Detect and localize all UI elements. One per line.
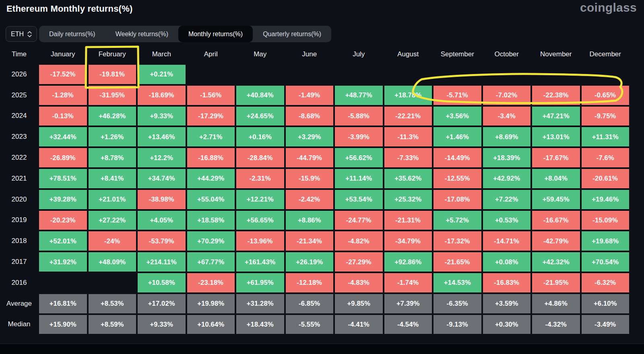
return-cell: +18.39% <box>483 148 531 167</box>
return-cell: +9.85% <box>335 294 383 313</box>
return-cell: +7.39% <box>384 294 432 313</box>
return-cell: +18.78% <box>384 86 432 105</box>
tab-monthly-returns[interactable]: Monthly returns(%) <box>178 26 253 42</box>
empty-cell <box>483 65 531 84</box>
return-cell: -4.83% <box>335 273 383 292</box>
return-cell: +3.29% <box>286 127 334 146</box>
table-row: 2017+31.92%+48.09%+214.11%+67.77%+161.43… <box>0 251 630 272</box>
return-cell: +17.02% <box>138 294 186 313</box>
return-cell: +10.58% <box>138 273 186 292</box>
return-cell: -3.99% <box>335 127 383 146</box>
return-cell: +4.86% <box>532 294 580 313</box>
return-cell: +46.28% <box>89 107 136 126</box>
return-cell: +0.30% <box>483 315 531 334</box>
return-cell: +0.21% <box>138 65 186 84</box>
table-header-row: TimeJanuaryFebruaryMarchAprilMayJuneJuly… <box>0 44 630 64</box>
return-cell: +42.32% <box>532 252 580 272</box>
return-cell: -9.75% <box>582 107 630 126</box>
return-cell: +2.71% <box>187 127 235 146</box>
return-cell: +11.31% <box>582 127 630 146</box>
return-cell: +0.08% <box>483 252 531 272</box>
return-cell: -27.29% <box>335 252 383 272</box>
row-label: 2017 <box>0 251 38 272</box>
tab-weekly-returns[interactable]: Weekly returns(%) <box>105 26 178 42</box>
return-cell: +18.58% <box>187 211 235 230</box>
tab-daily-returns[interactable]: Daily returns(%) <box>39 26 105 42</box>
table-row: 2026-17.52%-19.81%+0.21% <box>0 64 630 85</box>
return-cell: +48.09% <box>89 252 136 272</box>
return-cell: +55.04% <box>187 190 235 209</box>
return-cell: -16.67% <box>532 211 580 230</box>
return-cell: +1.46% <box>433 127 481 146</box>
row-label: Median <box>0 314 38 335</box>
return-cell: +13.46% <box>138 127 186 146</box>
column-header: September <box>433 44 482 64</box>
return-cell: +8.86% <box>286 211 334 230</box>
return-cell: -4.41% <box>335 315 383 334</box>
return-cell: +27.22% <box>89 211 136 230</box>
return-cell: -44.79% <box>286 148 334 167</box>
return-cell: +39.28% <box>39 190 87 209</box>
return-cell: -20.61% <box>582 169 630 188</box>
return-cell: -0.13% <box>39 107 87 126</box>
return-cell: -4.32% <box>532 315 580 334</box>
return-cell: +19.98% <box>187 294 235 313</box>
return-cell: +21.01% <box>89 190 136 209</box>
empty-cell <box>39 273 87 292</box>
return-cell: -1.28% <box>39 86 87 105</box>
column-header: April <box>186 44 236 64</box>
column-header: June <box>285 44 334 64</box>
returns-period-tabs: Daily returns(%) Weekly returns(%) Month… <box>39 26 331 42</box>
return-cell: -14.71% <box>483 231 531 251</box>
table-row: 2021+78.51%+8.41%+34.74%+44.29%-2.31%-15… <box>0 168 630 189</box>
return-cell: +3.56% <box>433 107 481 126</box>
return-cell: -5.55% <box>286 315 334 334</box>
row-label: 2024 <box>0 106 38 127</box>
return-cell: +8.59% <box>89 315 136 334</box>
return-cell: -3.4% <box>483 107 531 126</box>
return-cell: -19.81% <box>89 65 136 84</box>
return-cell: +9.33% <box>138 107 186 126</box>
return-cell: -9.13% <box>433 315 481 334</box>
return-cell: -21.95% <box>532 273 580 292</box>
row-label: 2026 <box>0 64 38 85</box>
column-header: October <box>482 44 532 64</box>
return-cell: +70.54% <box>582 252 630 272</box>
empty-cell <box>532 65 580 84</box>
return-cell: +67.77% <box>187 252 235 272</box>
return-cell: -31.95% <box>89 86 136 105</box>
symbol-select[interactable]: ETH <box>6 26 37 42</box>
return-cell: +7.22% <box>483 190 531 209</box>
return-cell: -13.96% <box>236 231 284 251</box>
return-cell: +12.2% <box>138 148 186 167</box>
return-cell: -18.69% <box>138 86 186 105</box>
return-cell: +4.05% <box>138 211 186 230</box>
return-cell: -28.84% <box>236 148 284 167</box>
return-cell: +8.04% <box>532 169 580 188</box>
monthly-returns-table: TimeJanuaryFebruaryMarchAprilMayJuneJuly… <box>0 44 630 335</box>
return-cell: +52.01% <box>39 231 87 251</box>
return-cell: +31.28% <box>236 294 284 313</box>
return-cell: -8.68% <box>286 107 334 126</box>
return-cell: -6.32% <box>582 273 630 292</box>
table-row: 2019-20.23%+27.22%+4.05%+18.58%+56.65%+8… <box>0 210 630 231</box>
return-cell: -6.35% <box>433 294 481 313</box>
return-cell: -24.77% <box>335 211 383 230</box>
empty-cell <box>384 65 432 84</box>
return-cell: +12.21% <box>236 190 284 209</box>
column-header: August <box>384 44 433 64</box>
return-cell: +1.26% <box>89 127 136 146</box>
return-cell: -15.09% <box>582 211 630 230</box>
return-cell: +19.46% <box>582 190 630 209</box>
return-cell: -15.9% <box>286 169 334 188</box>
return-cell: -20.23% <box>39 211 87 230</box>
row-label: 2021 <box>0 168 38 189</box>
return-cell: -5.88% <box>335 107 383 126</box>
return-cell: -16.83% <box>483 273 531 292</box>
row-label: 2020 <box>0 189 38 210</box>
column-header: May <box>235 44 285 64</box>
tab-quarterly-returns[interactable]: Quarterly returns(%) <box>253 26 331 42</box>
table-row: 2016+10.58%-23.18%+61.95%-12.18%-4.83%-1… <box>0 272 630 293</box>
row-label: 2022 <box>0 147 38 168</box>
column-header: February <box>88 44 137 64</box>
